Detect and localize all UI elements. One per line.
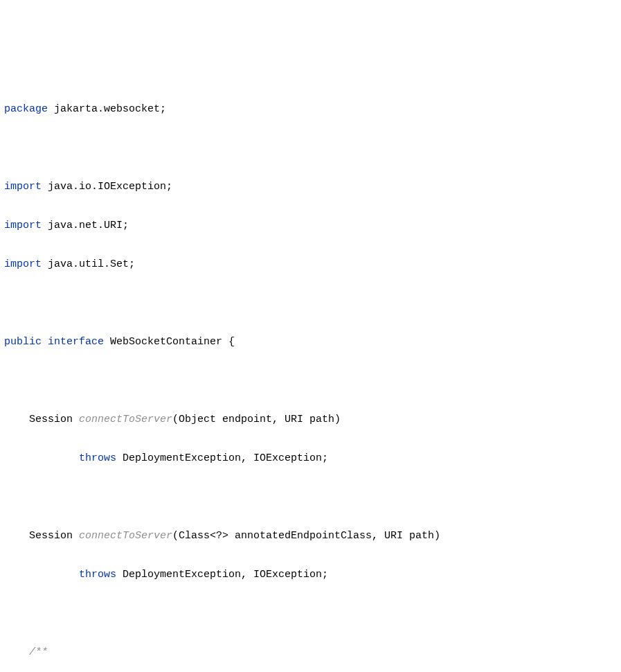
code-line: import java.net.URI; bbox=[3, 216, 621, 236]
brace: { bbox=[228, 336, 235, 348]
code-line: throws DeploymentException, IOException; bbox=[3, 449, 621, 468]
method-name: connectToServer bbox=[79, 530, 172, 542]
method-params: (Class<?> annotatedEndpointClass, URI pa… bbox=[172, 530, 440, 542]
return-type: Session bbox=[4, 530, 79, 542]
code-editor: package jakarta.websocket; import java.i… bbox=[3, 80, 621, 672]
blank-line bbox=[3, 604, 621, 624]
keyword-public: public bbox=[4, 336, 42, 348]
import-name: java.util.Set; bbox=[42, 258, 135, 270]
keyword-interface: interface bbox=[42, 336, 104, 348]
indent bbox=[4, 452, 79, 464]
javadoc-open: /** bbox=[4, 646, 48, 658]
keyword-import: import bbox=[4, 220, 42, 231]
keyword-import: import bbox=[4, 181, 42, 193]
keyword-package: package bbox=[4, 103, 48, 115]
method-params: (Object endpoint, URI path) bbox=[172, 414, 341, 425]
blank-line bbox=[3, 294, 621, 313]
code-line: Session connectToServer(Object endpoint,… bbox=[3, 410, 621, 430]
blank-line bbox=[3, 371, 621, 391]
import-name: java.net.URI; bbox=[42, 220, 129, 231]
class-name: WebSocketContainer bbox=[104, 336, 228, 348]
blank-line bbox=[3, 488, 621, 507]
code-line: package jakarta.websocket; bbox=[3, 100, 621, 119]
code-line: import java.io.IOException; bbox=[3, 177, 621, 197]
import-name: java.io.IOException; bbox=[42, 181, 172, 193]
keyword-throws: throws bbox=[79, 569, 116, 581]
method-name: connectToServer bbox=[79, 414, 172, 425]
exceptions: DeploymentException, IOException; bbox=[116, 569, 328, 581]
exceptions: DeploymentException, IOException; bbox=[116, 452, 328, 464]
blank-line bbox=[3, 139, 621, 158]
javadoc-line: /** bbox=[3, 643, 621, 662]
code-line: Session connectToServer(Class<?> annotat… bbox=[3, 527, 621, 546]
keyword-throws: throws bbox=[79, 452, 116, 464]
code-line: public interface WebSocketContainer { bbox=[3, 333, 621, 352]
code-line: import java.util.Set; bbox=[3, 255, 621, 274]
package-name: jakarta.websocket; bbox=[48, 103, 166, 115]
indent bbox=[4, 569, 79, 581]
keyword-import: import bbox=[4, 258, 42, 270]
return-type: Session bbox=[4, 414, 79, 425]
code-line: throws DeploymentException, IOException; bbox=[3, 565, 621, 585]
